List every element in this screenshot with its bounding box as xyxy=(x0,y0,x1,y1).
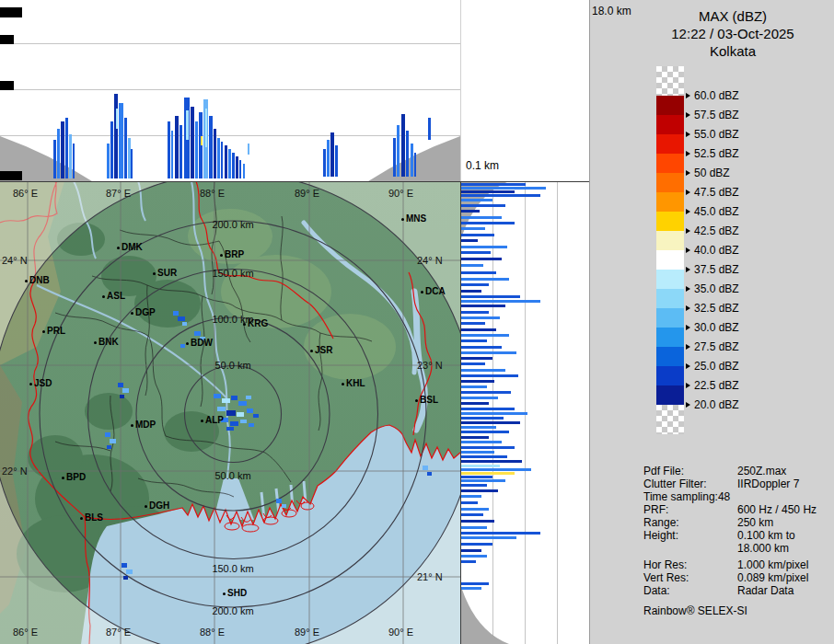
info-row: Time sampling:48 xyxy=(643,490,831,503)
radar-echo xyxy=(239,160,241,178)
radar-echo xyxy=(57,129,60,178)
info-row: Vert Res:0.089 km/pixel xyxy=(643,571,831,584)
station-label-MDP: MDP xyxy=(135,420,156,430)
radar-echo xyxy=(461,216,502,219)
radar-echo xyxy=(461,311,489,314)
radar-echo xyxy=(124,118,127,178)
radar-echo xyxy=(330,132,334,177)
radar-echo xyxy=(461,357,492,360)
station-label-SUR: SUR xyxy=(157,268,177,278)
dbz-scale-label: 47.5 dBZ xyxy=(686,186,739,199)
station-dot-KHL xyxy=(342,383,344,385)
height-axis-tick-box xyxy=(0,81,14,90)
radar-echo xyxy=(461,513,483,516)
radar-echo xyxy=(461,246,507,248)
lon-label: 89° E xyxy=(295,188,319,199)
scale-arrow-icon xyxy=(686,305,690,311)
dbz-scale-label: 35.0 dBZ xyxy=(686,282,739,295)
radar-echo xyxy=(461,441,502,443)
radar-echo xyxy=(461,587,481,590)
radar-echo xyxy=(69,134,72,178)
radar-echo xyxy=(461,460,522,463)
station-label-MNS: MNS xyxy=(406,213,426,224)
radar-echo xyxy=(461,199,492,201)
scale-arrow-icon xyxy=(686,132,690,137)
software-brand: Rainbow® SELEX-SI xyxy=(643,604,831,617)
scale-arrow-icon xyxy=(686,170,690,176)
station-dot-DCA xyxy=(421,291,423,293)
info-row: PRF:600 Hz / 450 Hz xyxy=(643,503,831,516)
radar-echo xyxy=(461,465,500,467)
radar-echo xyxy=(175,116,179,178)
radar-echo xyxy=(401,114,405,177)
info-row: Clutter Filter:IIRDoppler 7 xyxy=(643,477,831,490)
range-ring-label: 50.0 km xyxy=(205,360,261,371)
dbz-scale-label: 32.5 dBZ xyxy=(686,302,739,315)
station-label-BRP: BRP xyxy=(225,249,244,259)
lon-label: 90° E xyxy=(388,627,413,638)
station-label-BLS: BLS xyxy=(85,512,103,523)
radar-echo xyxy=(461,251,491,254)
range-ring-label: 150.0 km xyxy=(205,268,261,279)
radar-echo xyxy=(461,397,498,399)
radar-echo xyxy=(461,351,516,354)
station-dot-JSR xyxy=(310,350,313,352)
radar-echo xyxy=(461,532,540,535)
radar-echo xyxy=(461,484,487,487)
info-row: Pdf File:250Z.max xyxy=(643,465,831,477)
radar-echo xyxy=(461,417,504,420)
radar-echo xyxy=(209,116,213,178)
lon-label: 87° E xyxy=(106,188,131,199)
height-axis-min-label: 0.1 km xyxy=(466,159,499,172)
radar-echo xyxy=(461,446,515,449)
height-axis-max-label: 18.0 km xyxy=(592,5,631,17)
station-label-DNB: DNB xyxy=(29,275,50,285)
radar-echo xyxy=(461,278,509,281)
info-row: Hor Res:1.000 km/pixel xyxy=(643,558,831,571)
station-dot-SHD xyxy=(223,592,226,595)
info-row: Range:250 km xyxy=(643,516,831,529)
station-label-DGP: DGP xyxy=(135,307,156,317)
dbz-scale-label: 37.5 dBZ xyxy=(686,263,739,276)
radar-echo xyxy=(461,290,481,293)
scale-arrow-icon xyxy=(686,402,690,408)
station-dot-DGP xyxy=(131,312,133,315)
lat-label: 24° N xyxy=(2,255,28,266)
radar-echo xyxy=(461,421,520,424)
radar-echo xyxy=(461,258,502,260)
radar-echo xyxy=(461,549,481,552)
scale-arrow-icon xyxy=(686,151,690,156)
radar-echo xyxy=(393,138,396,177)
dbz-scale-label: 57.5 dBZ xyxy=(686,109,739,121)
radar-echo xyxy=(461,489,498,492)
radar-echo xyxy=(461,582,489,585)
station-label-BDW: BDW xyxy=(191,338,213,348)
xz-projection-panel xyxy=(0,0,460,181)
dbz-scale-label: 20.0 dBZ xyxy=(686,398,739,411)
radar-echo xyxy=(116,109,118,129)
radar-echo xyxy=(199,112,203,178)
range-ring-label: 150.0 km xyxy=(205,563,261,574)
radar-echo xyxy=(397,125,400,177)
radar-echo xyxy=(195,121,198,178)
radar-echo xyxy=(461,476,492,478)
radar-echo xyxy=(461,391,511,394)
radar-echo xyxy=(201,136,203,145)
radar-echo xyxy=(461,402,489,405)
radar-echo xyxy=(461,234,494,236)
radar-echo xyxy=(461,300,540,303)
range-ring-label: 200.0 km xyxy=(205,219,261,230)
radar-echo xyxy=(461,412,527,415)
station-dot-DGH xyxy=(145,505,147,508)
lon-label: 87° E xyxy=(106,627,131,638)
station-dot-BLS xyxy=(80,517,83,520)
lon-label: 86° E xyxy=(13,627,38,638)
radar-echo xyxy=(461,305,505,307)
height-axis-tick-box xyxy=(0,35,14,44)
radar-echo xyxy=(236,156,238,178)
radar-echo xyxy=(205,109,207,147)
radar-echo xyxy=(171,131,173,178)
radar-echo xyxy=(191,107,194,178)
ppi-map-panel[interactable]: 86° E86° E87° E87° E88° E88° E89° E89° E… xyxy=(0,181,460,644)
dbz-scale-label: 30.0 dBZ xyxy=(686,321,739,334)
